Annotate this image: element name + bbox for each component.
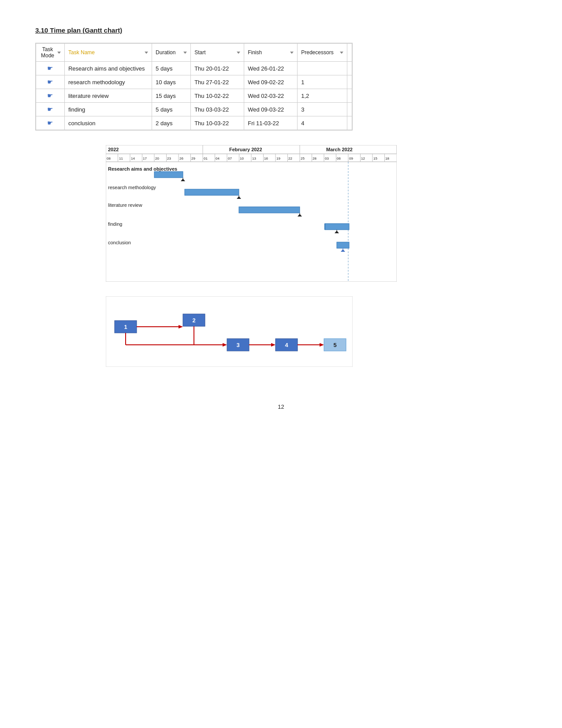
svg-text:18: 18 — [385, 157, 389, 161]
task-name-cell: conclusion — [64, 116, 152, 130]
gantt-chart: 2022 February 2022 March 2022 08 11 14 1… — [106, 145, 527, 283]
svg-text:15: 15 — [373, 157, 377, 161]
svg-text:research methodology: research methodology — [108, 185, 156, 190]
svg-text:23: 23 — [167, 157, 171, 161]
svg-text:2: 2 — [192, 317, 195, 324]
task-mode-cell: ☛ — [36, 103, 65, 116]
svg-text:13: 13 — [252, 157, 256, 161]
gantt-bar-3 — [239, 207, 300, 213]
table-row: ☛literature review15 daysThu 10-02-22Wed… — [36, 89, 352, 103]
col-scrollbar — [347, 44, 352, 62]
filler-cell — [347, 89, 352, 103]
task-mode-sort-icon — [57, 52, 61, 54]
predecessors-cell: 3 — [298, 103, 347, 116]
table-row: ☛research methodology10 daysThu 27-01-22… — [36, 75, 352, 89]
start-cell: Thu 10-03-22 — [191, 116, 244, 130]
task-mode-cell: ☛ — [36, 89, 65, 103]
task-mode-cell: ☛ — [36, 116, 65, 130]
task-name-cell: finding — [64, 103, 152, 116]
network-svg: 1 2 3 4 5 — [106, 296, 353, 367]
gantt-bar-1 — [154, 172, 183, 178]
start-cell: Thu 03-03-22 — [191, 103, 244, 116]
finish-sort-icon — [290, 52, 294, 54]
finish-cell: Wed 09-03-22 — [244, 103, 298, 116]
col-header-task-mode[interactable]: Task Mode — [36, 44, 65, 62]
svg-text:3: 3 — [236, 342, 239, 348]
svg-text:06: 06 — [337, 157, 341, 161]
svg-text:01: 01 — [204, 157, 208, 161]
col-header-predecessors[interactable]: Predecessors — [298, 44, 347, 62]
finish-cell: Fri 11-03-22 — [244, 116, 298, 130]
svg-text:28: 28 — [313, 157, 316, 161]
predecessors-cell: 4 — [298, 116, 347, 130]
svg-text:08: 08 — [107, 157, 111, 161]
svg-text:26: 26 — [179, 157, 183, 161]
start-cell: Thu 20-01-22 — [191, 62, 244, 75]
svg-text:finding: finding — [108, 221, 122, 227]
filler-cell — [347, 62, 352, 75]
svg-text:5: 5 — [333, 342, 336, 348]
col-header-finish[interactable]: Finish — [244, 44, 298, 62]
finish-cell: Wed 09-02-22 — [244, 75, 298, 89]
task-name-sort-icon — [145, 52, 148, 54]
filler-cell — [347, 75, 352, 89]
svg-text:09: 09 — [349, 157, 353, 161]
svg-rect-55 — [106, 162, 397, 282]
svg-text:04: 04 — [216, 157, 220, 161]
filler-cell — [347, 103, 352, 116]
task-name-cell: research methodology — [64, 75, 152, 89]
svg-text:07: 07 — [228, 157, 232, 161]
task-mode-icon: ☛ — [47, 105, 53, 113]
svg-text:literature review: literature review — [108, 202, 142, 208]
gantt-table-container: Task Mode Task Name Duration — [35, 43, 353, 131]
gantt-bar-2 — [185, 189, 239, 195]
task-mode-icon: ☛ — [47, 119, 53, 127]
duration-cell: 5 days — [152, 62, 191, 75]
table-row: ☛conclusion2 daysThu 10-03-22Fri 11-03-2… — [36, 116, 352, 130]
svg-text:20: 20 — [155, 157, 159, 161]
gantt-bar-5 — [337, 242, 349, 248]
svg-text:conclusion: conclusion — [108, 240, 131, 245]
predecessors-sort-icon — [340, 52, 343, 54]
gantt-bar-4 — [325, 224, 349, 230]
col-header-start[interactable]: Start — [191, 44, 244, 62]
duration-cell: 2 days — [152, 116, 191, 130]
svg-text:4: 4 — [285, 342, 288, 348]
table-row: ☛finding5 daysThu 03-03-22Wed 09-03-223 — [36, 103, 352, 116]
svg-text:29: 29 — [191, 157, 195, 161]
task-mode-icon: ☛ — [47, 92, 53, 99]
col-header-duration[interactable]: Duration — [152, 44, 191, 62]
section-title: 3.10 Time plan (Gantt chart) — [35, 26, 527, 34]
duration-cell: 15 days — [152, 89, 191, 103]
svg-text:1: 1 — [124, 324, 127, 330]
svg-text:2022: 2022 — [108, 147, 119, 152]
duration-cell: 5 days — [152, 103, 191, 116]
svg-text:14: 14 — [131, 157, 135, 161]
start-cell: Thu 10-02-22 — [191, 89, 244, 103]
duration-cell: 10 days — [152, 75, 191, 89]
start-sort-icon — [237, 52, 240, 54]
svg-text:19: 19 — [276, 157, 280, 161]
task-mode-cell: ☛ — [36, 75, 65, 89]
task-name-cell: Research aims and objectives — [64, 62, 152, 75]
svg-text:12: 12 — [361, 157, 365, 161]
svg-text:22: 22 — [288, 157, 292, 161]
svg-text:10: 10 — [240, 157, 244, 161]
finish-cell: Wed 02-03-22 — [244, 89, 298, 103]
filler-cell — [347, 116, 352, 130]
svg-text:March 2022: March 2022 — [326, 147, 353, 152]
predecessors-cell: 1 — [298, 75, 347, 89]
page-number: 12 — [35, 403, 527, 410]
duration-sort-icon — [183, 52, 187, 54]
task-mode-icon: ☛ — [47, 78, 53, 86]
table-row: ☛Research aims and objectives5 daysThu 2… — [36, 62, 352, 75]
svg-text:03: 03 — [325, 157, 329, 161]
network-diagram: 1 2 3 4 5 — [106, 296, 527, 368]
svg-text:11: 11 — [119, 157, 123, 161]
task-mode-cell: ☛ — [36, 62, 65, 75]
finish-cell: Wed 26-01-22 — [244, 62, 298, 75]
svg-text:February 2022: February 2022 — [229, 147, 262, 152]
predecessors-cell: 1,2 — [298, 89, 347, 103]
gantt-svg: 2022 February 2022 March 2022 08 11 14 1… — [106, 145, 397, 282]
col-header-task-name[interactable]: Task Name — [64, 44, 152, 62]
